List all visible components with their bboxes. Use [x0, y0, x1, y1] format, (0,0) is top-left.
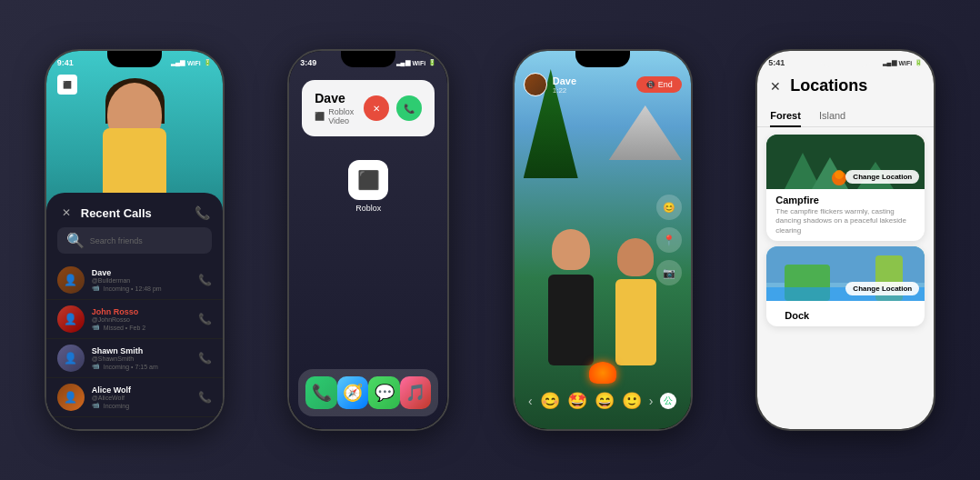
campfire-location-desc: The campfire flickers warmly, casting da… [775, 207, 915, 235]
dock-safari-icon[interactable]: 🧭 [337, 376, 369, 409]
search-icon: 🔍 [66, 232, 85, 249]
phone-2-incoming: 3:49 ▂▄▆ WiFi 🔋 Dave ⬛ Roblox Video [287, 49, 449, 431]
call-time-john: Missed • Feb 2 [104, 325, 145, 331]
call-name-shawn: Shawn Smith [92, 346, 198, 355]
dock-messages-icon[interactable]: 💬 [368, 376, 400, 409]
list-item[interactable]: 👤 Alice Wolf @AliceWolf 📹 Incoming 📞 [46, 378, 223, 417]
app-label: Roblox [355, 204, 381, 213]
phone-4-locations: 5:41 ▂▄▆ WiFi 🔋 ✕ Locations Forest Islan… [755, 49, 935, 431]
incoming-actions: ✕ 📞 [364, 95, 422, 121]
call-info-alice: Alice Wolf @AliceWolf 📹 Incoming [92, 385, 198, 409]
incoming-sub-label: ⬛ Roblox Video [315, 107, 364, 125]
notch-3 [575, 51, 630, 67]
roblox-icon-box: ⬛ [348, 160, 388, 200]
locations-title: Locations [790, 76, 921, 95]
call-name-alice: Alice Wolf [92, 385, 198, 395]
call-action-dave[interactable]: 📞 [198, 274, 212, 286]
emoji-1[interactable]: 😊 [540, 391, 560, 411]
female-head [617, 238, 654, 276]
call-handle-dave: @Builderman [92, 277, 198, 284]
change-location-btn-dock[interactable]: Change Location [845, 282, 919, 295]
roblox-icon-small: ⬛ [315, 112, 325, 121]
video-call-duration: 1:22 [553, 86, 576, 95]
avatar-shawn: 👤 [57, 345, 85, 372]
list-item[interactable]: 👤 Shawn Smith @ShawnSmith 📹 Incoming • 7… [46, 339, 223, 378]
close-locations-icon[interactable]: ✕ [770, 79, 781, 94]
call-info-shawn: Shawn Smith @ShawnSmith 📹 Incoming • 7:1… [92, 346, 198, 370]
female-body [615, 279, 656, 365]
notch-4 [818, 51, 873, 67]
search-bar[interactable]: 🔍 Search friends [57, 227, 212, 254]
panel-header: ✕ Recent Calls 📞 [46, 193, 223, 227]
emoji-control-button[interactable]: 😊 [656, 195, 682, 220]
campfire-location-info: Campfire The campfire flickers warmly, c… [766, 189, 925, 241]
list-item[interactable]: 👤 John Rosso @JohnRosso 📹 Missed • Feb 2… [46, 300, 223, 339]
call-time-alice: Incoming [104, 403, 129, 409]
emoji-4[interactable]: 🙂 [622, 391, 642, 411]
svg-point-5 [835, 170, 844, 179]
end-call-icon: 📵 [645, 80, 655, 89]
new-call-icon[interactable]: 📞 [195, 205, 210, 220]
wechat-small-icon: 公 [660, 393, 676, 409]
avatar-alice: 👤 [57, 384, 85, 411]
male-head [552, 229, 590, 270]
incoming-call-card: Dave ⬛ Roblox Video ✕ 📞 [302, 80, 435, 136]
call-info-john: John Rosso @JohnRosso 📹 Missed • Feb 2 [92, 307, 198, 331]
accept-button[interactable]: 📞 [396, 95, 422, 121]
tab-forest[interactable]: Forest [770, 105, 801, 126]
video-avatar-small [524, 73, 547, 96]
call-handle-shawn: @ShawnSmith [92, 355, 198, 362]
recent-calls-panel: ✕ Recent Calls 📞 🔍 Search friends 👤 Dave [46, 193, 223, 429]
search-placeholder: Search friends [90, 236, 143, 245]
call-details-shawn: 📹 Incoming • 7:15 am [92, 363, 198, 370]
list-item[interactable]: 👤 Dave @Builderman 📹 Incoming • 12:48 pm… [46, 261, 223, 300]
status-time-2: 3:49 [300, 58, 316, 67]
end-call-button[interactable]: 📵 End [636, 76, 682, 93]
panel-header-left: ✕ Recent Calls [59, 205, 152, 220]
notch-2 [341, 51, 395, 67]
change-location-btn-campfire[interactable]: Change Location [845, 170, 919, 184]
status-time-4: 5:41 [768, 58, 785, 67]
status-icons-4: ▂▄▆ WiFi 🔋 [883, 59, 924, 66]
dock-location-info: Dock [766, 301, 925, 326]
call-type-alice: 📹 [92, 402, 100, 409]
camera-control-button[interactable]: 📷 [656, 260, 682, 285]
tab-island[interactable]: Island [819, 105, 845, 126]
roblox-app-icon[interactable]: ⬛ Roblox [348, 160, 388, 213]
notch-1 [107, 51, 162, 67]
chevron-left-icon[interactable]: ‹ [528, 394, 533, 408]
incoming-caller-name: Dave [315, 91, 364, 105]
status-time-1: 9:41 [57, 58, 74, 67]
video-caller-details: Dave 1:22 [553, 75, 576, 95]
phone-3-video-call: Dave 1:22 📵 End [513, 49, 693, 431]
location-control-button[interactable]: 📍 [656, 227, 682, 253]
call-type-shawn: 📹 [92, 363, 100, 370]
call-action-shawn[interactable]: 📞 [198, 352, 212, 365]
dock-phone-icon[interactable]: 📞 [305, 376, 337, 409]
close-icon[interactable]: ✕ [59, 205, 74, 220]
emoji-2[interactable]: 🤩 [567, 391, 587, 411]
video-caller-info: Dave 1:22 [524, 73, 576, 96]
avatar-dave: 👤 [57, 266, 85, 294]
call-list: 👤 Dave @Builderman 📹 Incoming • 12:48 pm… [46, 261, 223, 417]
video-controls: 😊 📍 📷 [656, 195, 682, 285]
call-details-dave: 📹 Incoming • 12:48 pm [92, 285, 198, 292]
roblox-logo-1: ⬛ [57, 75, 77, 95]
call-info-dave: Dave @Builderman 📹 Incoming • 12:48 pm [92, 268, 198, 292]
avatar-john: 👤 [57, 305, 85, 333]
video-header: Dave 1:22 📵 End [524, 73, 682, 96]
male-body [548, 275, 594, 365]
chevron-right-icon[interactable]: › [649, 394, 654, 408]
call-action-alice[interactable]: 📞 [198, 391, 212, 404]
location-card-dock: Change Location Dock [766, 246, 925, 326]
emoji-bar: ‹ 😊 🤩 😄 🙂 › 公 [515, 391, 691, 411]
call-name-dave: Dave [92, 268, 198, 277]
emoji-3[interactable]: 😄 [595, 391, 615, 411]
status-icons-1: ▂▄▆ WiFi 🔋 [171, 59, 212, 66]
call-details-alice: 📹 Incoming [92, 402, 198, 409]
call-missed-icon: 📹 [92, 324, 100, 331]
dock-music-icon[interactable]: 🎵 [400, 376, 432, 409]
panel-title: Recent Calls [81, 206, 152, 220]
decline-button[interactable]: ✕ [364, 95, 389, 121]
call-action-john[interactable]: 📞 [198, 313, 212, 325]
